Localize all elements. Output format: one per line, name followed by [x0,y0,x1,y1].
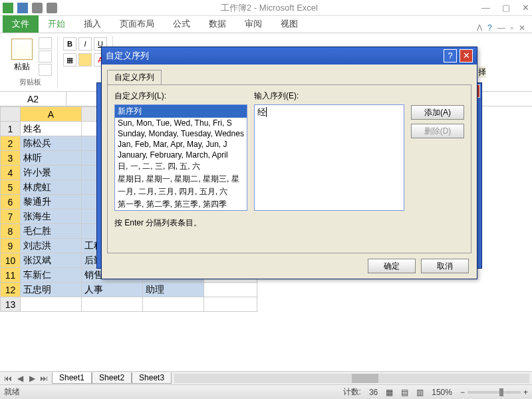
tab-formulas[interactable]: 公式 [164,15,200,33]
help-icon[interactable]: ? [487,23,492,33]
cell[interactable] [82,297,143,312]
next-sheet-icon[interactable]: ▶ [27,374,37,383]
cell[interactable]: 张海生 [21,209,82,224]
status-bar: 就绪 计数: 36 ▦ ▤ ▥ 150% − + [0,384,532,399]
cell[interactable] [143,297,204,312]
cell[interactable] [204,283,257,297]
sheet-tab-2[interactable]: Sheet2 [92,372,132,384]
cell[interactable]: 五忠明 [21,283,82,297]
cell[interactable]: 姓名 [21,122,82,136]
zoom-in-icon[interactable]: + [523,388,528,397]
cell[interactable]: 许小景 [21,166,82,180]
window-controls: — ▢ ✕ [481,3,529,13]
cell[interactable]: 人事 [82,283,143,297]
tab-file[interactable]: 文件 [3,15,39,33]
row-header[interactable]: 7 [1,209,21,224]
zoom-out-icon[interactable]: − [460,388,465,397]
border-button[interactable]: ▦ [63,53,76,66]
view-pagebreak-icon[interactable]: ▥ [416,388,424,397]
fill-color-button[interactable] [78,53,92,66]
zoom-slider[interactable] [467,391,521,394]
italic-button[interactable]: I [78,37,92,51]
cell[interactable] [21,297,82,312]
row-header[interactable]: 12 [1,283,21,297]
list-item[interactable]: 星期日, 星期一, 星期二, 星期三, 星 [115,173,247,186]
row-header[interactable]: 3 [1,151,21,166]
list-label: 自定义序列(L): [114,90,247,102]
row-header[interactable]: 10 [1,253,21,268]
dialog-help-button[interactable]: ? [444,49,457,63]
dialog-title: 自定义序列 [106,50,149,62]
row-header[interactable]: 11 [1,268,21,283]
custom-lists-listbox[interactable]: 新序列Sun, Mon, Tue, Wed, Thu, Fri, SSunday… [114,104,247,211]
save-icon[interactable] [17,3,28,13]
cell[interactable]: 助理 [143,283,204,297]
close-icon[interactable]: ✕ [522,3,529,13]
horizontal-scrollbar[interactable] [174,374,529,383]
row-header[interactable]: 5 [1,180,21,195]
last-sheet-icon[interactable]: ⏭ [39,374,49,383]
minimize-ribbon-icon[interactable]: ᐱ [477,23,482,33]
paste-button[interactable]: 粘贴 [8,37,36,76]
list-item[interactable]: 日, 一, 二, 三, 四, 五, 六 [115,160,247,173]
tab-review[interactable]: 审阅 [235,15,271,33]
cell[interactable]: 林虎虹 [21,180,82,195]
add-button[interactable]: 添加(A) [411,105,464,120]
list-item[interactable]: Sunday, Monday, Tuesday, Wednes [115,128,247,139]
row-header[interactable]: 2 [1,136,21,151]
tab-data[interactable]: 数据 [200,15,235,33]
bold-button[interactable]: B [63,37,76,51]
copy-icon[interactable] [39,51,52,63]
select-all-corner[interactable] [1,107,21,122]
cell[interactable]: 毛仁胜 [21,224,82,239]
ok-button[interactable]: 确定 [368,259,416,273]
row-header[interactable]: 13 [1,297,21,312]
list-item[interactable]: 第一季, 第二季, 第三季, 第四季 [115,198,247,211]
row-header[interactable]: 4 [1,166,21,180]
sheet-tab-1[interactable]: Sheet1 [52,372,92,384]
list-item[interactable]: 一月, 二月, 三月, 四月, 五月, 六 [115,186,247,198]
sheet-tab-3[interactable]: Sheet3 [132,372,172,384]
undo-icon[interactable] [32,3,43,13]
tab-insert[interactable]: 插入 [74,15,110,33]
list-entries-input[interactable]: 经 [254,104,404,211]
cell[interactable]: 陈松兵 [21,136,82,151]
cell[interactable]: 刘志洪 [21,239,82,253]
first-sheet-icon[interactable]: ⏮ [3,374,13,383]
redo-icon[interactable] [47,3,57,13]
doc-minimize-icon[interactable]: — [497,23,505,33]
cell[interactable]: 张汉斌 [21,253,82,268]
cell[interactable]: 林听 [21,151,82,166]
list-item[interactable]: January, February, March, April [115,150,247,160]
minimize-icon[interactable]: — [481,3,490,13]
cell[interactable] [204,297,257,312]
excel-icon [3,3,13,13]
view-layout-icon[interactable]: ▤ [401,388,408,397]
dialog-close-button[interactable]: ✕ [460,49,473,63]
maximize-icon[interactable]: ▢ [502,3,510,13]
row-header[interactable]: 9 [1,239,21,253]
list-item[interactable]: Jan, Feb, Mar, Apr, May, Jun, J [115,139,247,150]
row-header[interactable]: 6 [1,195,21,209]
status-ready: 就绪 [4,386,20,398]
doc-close-icon[interactable]: ✕ [519,23,525,33]
list-item[interactable]: 新序列 [115,105,247,118]
cell[interactable]: 黎通升 [21,195,82,209]
prev-sheet-icon[interactable]: ◀ [15,374,25,383]
row-header[interactable]: 8 [1,224,21,239]
name-box[interactable]: A2 [0,92,66,106]
tab-home[interactable]: 开始 [39,15,74,33]
cell[interactable]: 车新仁 [21,268,82,283]
format-painter-icon[interactable] [39,64,52,76]
tab-custom-lists[interactable]: 自定义序列 [107,70,162,84]
col-header-a[interactable]: A [21,107,82,122]
list-item[interactable]: Sun, Mon, Tue, Wed, Thu, Fri, S [115,118,247,128]
row-header[interactable]: 1 [1,122,21,136]
view-normal-icon[interactable]: ▦ [386,388,393,397]
cancel-button[interactable]: 取消 [421,259,469,273]
doc-restore-icon[interactable]: ▫ [511,23,513,33]
zoom-value[interactable]: 150% [432,388,452,397]
tab-view[interactable]: 视图 [271,15,307,33]
cut-icon[interactable] [39,37,52,49]
tab-layout[interactable]: 页面布局 [110,15,164,33]
